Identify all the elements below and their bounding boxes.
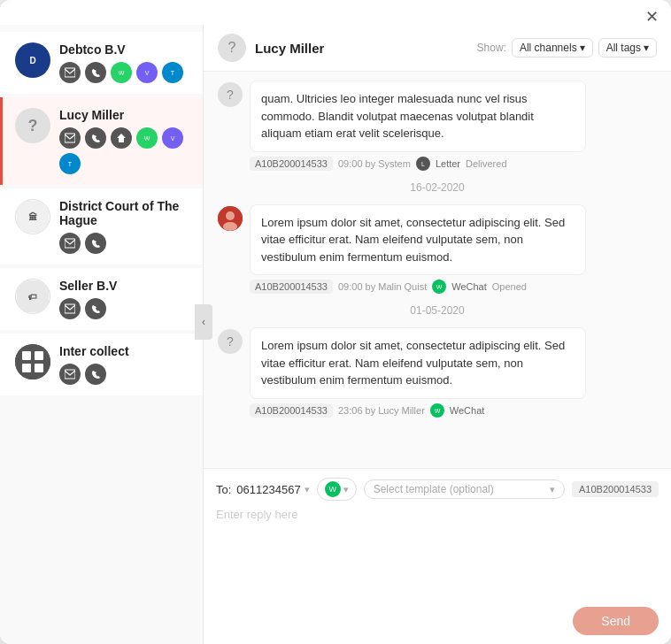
- contact-info-district: District Court of The Hague: [59, 199, 190, 254]
- reply-input[interactable]: [216, 508, 659, 596]
- chevron-down-icon: ▾: [644, 42, 649, 54]
- contact-name-district: District Court of The Hague: [59, 199, 190, 227]
- svg-rect-0: [65, 68, 75, 77]
- contact-icons-debtco: WVT: [59, 62, 190, 83]
- svg-rect-26: [65, 370, 75, 379]
- svg-text:T: T: [171, 70, 175, 76]
- modal: ✕ DDebtco B.VWVT?Lucy MillerWVT🏛District…: [0, 0, 671, 644]
- message-avatar: ?: [218, 329, 243, 354]
- chevron-down-icon: ▾: [343, 484, 349, 495]
- message-status: Delivered: [466, 158, 506, 169]
- svg-text:L: L: [421, 161, 425, 167]
- home-icon[interactable]: [111, 127, 132, 149]
- modal-header: ✕: [0, 0, 671, 25]
- svg-text:🏷: 🏷: [28, 292, 37, 302]
- message-content: Lorem ipsum dolor sit amet, consectetur …: [250, 327, 657, 418]
- contact-name-seller: Seller B.V: [59, 279, 190, 293]
- message-id: A10B200014533: [250, 157, 333, 171]
- phone-icon[interactable]: [85, 298, 106, 319]
- chat-contact-avatar: ?: [218, 34, 246, 62]
- message-id: A10B200014533: [250, 403, 333, 418]
- email-icon[interactable]: [59, 364, 81, 385]
- telegram-icon[interactable]: T: [162, 62, 183, 83]
- contact-icons-district: [59, 233, 190, 254]
- date-divider: 01-05-2020: [218, 304, 657, 317]
- avatar-debtco: D: [15, 42, 50, 78]
- phone-icon[interactable]: [85, 364, 106, 385]
- viber-icon[interactable]: V: [136, 62, 158, 83]
- contact-item-district[interactable]: 🏛District Court of The Hague: [0, 188, 203, 264]
- contact-item-debtco[interactable]: DDebtco B.VWVT: [0, 32, 203, 94]
- svg-rect-22: [22, 351, 31, 360]
- message-status: Opened: [492, 281, 527, 292]
- email-icon[interactable]: [59, 127, 81, 149]
- message-bubble: quam. Ultricies leo integer malesuada nu…: [250, 80, 586, 152]
- svg-rect-24: [22, 364, 31, 372]
- email-icon[interactable]: [59, 233, 81, 254]
- channel-icon: W: [430, 403, 444, 418]
- svg-rect-23: [35, 351, 43, 360]
- reply-toolbar: To: 0611234567 ▾ W ▾ Select template (op…: [216, 478, 659, 501]
- phone-icon[interactable]: [85, 62, 106, 83]
- reply-to-label: To: 0611234567 ▾: [216, 483, 310, 496]
- contact-icons-lucy: WVT: [59, 127, 190, 174]
- message-row: ?Lorem ipsum dolor sit amet, consectetur…: [218, 327, 657, 418]
- contact-icons-seller: [59, 298, 190, 319]
- message-row: ?quam. Ultricies leo integer malesuada n…: [218, 80, 657, 171]
- svg-text:W: W: [434, 408, 440, 414]
- svg-text:V: V: [145, 70, 150, 76]
- chat-contact-name: Lucy Miller: [255, 41, 468, 56]
- avatar-lucy: ?: [15, 108, 50, 143]
- channel-selector[interactable]: W ▾: [317, 478, 357, 501]
- date-divider: 16-02-2020: [218, 181, 657, 194]
- close-button[interactable]: ✕: [645, 9, 659, 25]
- svg-text:V: V: [171, 135, 175, 142]
- svg-point-30: [226, 211, 235, 220]
- contact-item-seller[interactable]: 🏷Seller B.V: [0, 268, 203, 330]
- message-avatar: ?: [218, 82, 243, 107]
- show-label: Show:: [477, 42, 506, 54]
- phone-icon[interactable]: [85, 127, 106, 149]
- message-meta: A10B20001453309:00 by Malin QuistWWeChat…: [250, 280, 657, 294]
- contact-name-inter: Inter collect: [59, 344, 190, 358]
- email-icon[interactable]: [59, 62, 81, 83]
- email-icon[interactable]: [59, 298, 81, 319]
- chevron-down-icon: ▾: [550, 484, 555, 495]
- svg-text:T: T: [68, 161, 73, 167]
- telegram-icon[interactable]: T: [59, 153, 81, 174]
- message-bubble: Lorem ipsum dolor sit amet, consectetur …: [250, 327, 586, 399]
- contact-item-lucy[interactable]: ?Lucy MillerWVT: [0, 97, 203, 185]
- sidebar-collapse-button[interactable]: ‹: [195, 304, 212, 340]
- whatsapp-icon[interactable]: W: [136, 127, 158, 149]
- message-time: 09:00 by Malin Quist: [338, 281, 427, 292]
- contact-info-debtco: Debtco B.VWVT: [59, 42, 190, 83]
- avatar-inter: [15, 344, 50, 380]
- chevron-down-icon: ▾: [580, 42, 585, 54]
- chat-header: ? Lucy Miller Show: All channels ▾ All t…: [204, 25, 671, 72]
- contact-info-lucy: Lucy MillerWVT: [59, 108, 190, 174]
- reply-area: To: 0611234567 ▾ W ▾ Select template (op…: [204, 468, 671, 644]
- modal-body: DDebtco B.VWVT?Lucy MillerWVT🏛District C…: [0, 25, 671, 644]
- svg-text:W: W: [436, 284, 443, 290]
- template-selector[interactable]: Select template (optional) ▾: [364, 479, 565, 499]
- send-button[interactable]: Send: [573, 607, 659, 635]
- channel-label: WeChat: [450, 405, 485, 416]
- all-channels-filter[interactable]: All channels ▾: [512, 38, 593, 58]
- all-tags-filter[interactable]: All tags ▾: [598, 38, 657, 58]
- phone-icon[interactable]: [85, 233, 106, 254]
- message-time: 23:06 by Lucy Miller: [338, 405, 425, 416]
- contacts-sidebar: DDebtco B.VWVT?Lucy MillerWVT🏛District C…: [0, 25, 204, 644]
- svg-text:W: W: [119, 70, 125, 76]
- contact-name-lucy: Lucy Miller: [59, 108, 190, 122]
- message-row: Lorem ipsum dolor sit amet, consectetur …: [218, 204, 657, 295]
- avatar-seller: 🏷: [15, 279, 50, 314]
- svg-rect-20: [65, 304, 75, 313]
- whatsapp-icon[interactable]: W: [111, 62, 132, 83]
- contact-icons-inter: [59, 364, 190, 385]
- viber-icon[interactable]: V: [162, 127, 183, 149]
- contact-item-inter[interactable]: Inter collect: [0, 334, 203, 395]
- message-avatar: [218, 206, 243, 231]
- contact-name-debtco: Debtco B.V: [59, 42, 190, 57]
- svg-rect-21: [15, 344, 50, 380]
- message-bubble: Lorem ipsum dolor sit amet, consectetur …: [250, 204, 586, 276]
